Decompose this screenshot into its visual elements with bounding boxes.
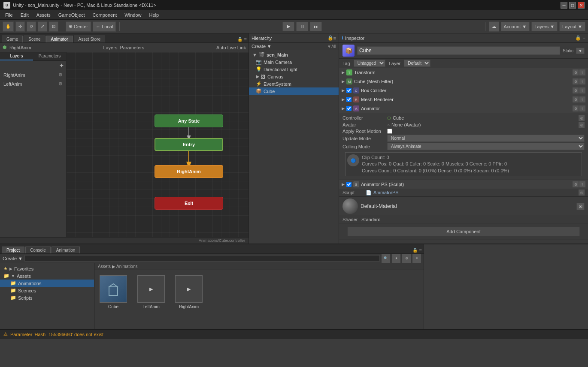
tab-asset-store[interactable]: Asset Store — [74, 36, 106, 42]
tab-animator[interactable]: Animator — [46, 36, 73, 42]
minimize-button[interactable]: ─ — [561, 2, 567, 9]
inspector-menu-icon[interactable]: ≡ — [583, 35, 585, 41]
animator-comp-settings-icon[interactable]: ⚙ — [573, 105, 579, 111]
account-dropdown[interactable]: Account ▼ — [501, 22, 530, 31]
tree-item-scripts[interactable]: 📁 Scripts — [0, 294, 94, 301]
layers-tab-label[interactable]: Layers — [103, 45, 117, 50]
hierarchy-create-button[interactable]: Create ▼ — [252, 44, 272, 49]
controller-pick-button[interactable]: ◎ — [579, 115, 585, 121]
inspector-lock-icon[interactable]: 🔒 — [575, 35, 581, 41]
tab-game[interactable]: Game — [2, 36, 23, 42]
component-meshrenderer-header[interactable]: ▶ R Mesh Renderer ⚙ ? — [339, 95, 588, 104]
boxcollider-enabled-checkbox[interactable] — [346, 88, 352, 93]
tab-animation[interactable]: Animation — [52, 247, 80, 253]
hierarchy-item-cube[interactable]: 📦 Cube — [249, 87, 339, 95]
animator-comp-help-icon[interactable]: ? — [579, 105, 585, 111]
transform-help-icon[interactable]: ? — [579, 69, 585, 75]
menu-gameobject[interactable]: GameObject — [55, 12, 88, 18]
scale-tool-button[interactable]: ⤢ — [38, 21, 47, 32]
tree-item-scences[interactable]: 📁 Scences — [0, 287, 94, 294]
pause-button[interactable]: ⏸ — [296, 22, 308, 31]
cloud-button[interactable]: ☁ — [489, 21, 499, 32]
params-tab-label[interactable]: Parameters — [120, 45, 144, 50]
any-state-node[interactable]: Any State — [155, 114, 223, 127]
tree-item-favorites[interactable]: ★ ▶ Favorites — [0, 265, 94, 272]
layers-dropdown[interactable]: Layers ▼ — [531, 22, 558, 31]
applyroot-checkbox[interactable] — [387, 129, 392, 134]
hierarchy-scene-root[interactable]: ▼ 🎬 scn_Main — [249, 51, 339, 58]
component-meshfilter-header[interactable]: ▶ M Cube (Mesh Filter) ⚙ ? — [339, 77, 588, 86]
menu-assets[interactable]: Assets — [33, 12, 54, 18]
entry-state-node[interactable]: Entry — [155, 138, 223, 151]
meshfilter-settings-icon[interactable]: ⚙ — [573, 78, 579, 84]
animatorps-enabled-checkbox[interactable] — [346, 182, 352, 187]
hierarchy-item-maincamera[interactable]: 📷 Main Camera — [249, 58, 339, 66]
maximize-button[interactable]: □ — [569, 2, 576, 9]
animator-graph[interactable]: Any State Entry RightAnim Exit — [67, 52, 249, 237]
menu-edit[interactable]: Edit — [17, 12, 32, 18]
layer-item-rightanim[interactable]: RightAnim ⚙ — [0, 70, 66, 79]
avatar-pick-button[interactable]: ◎ — [579, 122, 585, 128]
animatorps-help-icon[interactable]: ? — [579, 181, 585, 187]
component-transform-header[interactable]: ▶ T Transform ⚙ ? — [339, 68, 588, 77]
component-animatorps-header[interactable]: ▶ S Animator PS (Script) ⚙ ? — [339, 180, 588, 189]
layer-select[interactable]: Default — [404, 60, 430, 67]
project-search-icon[interactable]: 🔍 — [382, 254, 390, 263]
meshfilter-help-icon[interactable]: ? — [579, 78, 585, 84]
project-menu-btn[interactable]: ≡ — [412, 254, 421, 263]
animator-layers-tab[interactable]: Layers — [0, 52, 33, 60]
project-search-input[interactable] — [24, 255, 380, 262]
menu-window[interactable]: Window — [121, 12, 145, 18]
tab-scene[interactable]: Scene — [24, 36, 45, 42]
tag-select[interactable]: Untagged — [354, 60, 385, 67]
project-create-button[interactable]: Create ▼ — [3, 256, 23, 261]
boxcollider-settings-icon[interactable]: ⚙ — [573, 87, 579, 93]
layer-item-leftanim[interactable]: LeftAnim ⚙ — [0, 79, 66, 88]
hierarchy-item-canvas[interactable]: ▶ 🖼 Canvas — [249, 73, 339, 80]
animatorps-settings-icon[interactable]: ⚙ — [573, 181, 579, 187]
menu-file[interactable]: File — [2, 12, 16, 18]
rightanim-state-node[interactable]: RightAnim — [155, 165, 223, 178]
layer-leftanim-gear-icon[interactable]: ⚙ — [58, 81, 63, 87]
asset-item-leftanim[interactable]: ▶ LeftAnim — [136, 274, 167, 311]
meshrenderer-settings-icon[interactable]: ⚙ — [573, 96, 579, 102]
tree-item-assets[interactable]: 📁 ▼ Assets — [0, 272, 94, 280]
script-pick-button[interactable]: ◎ — [579, 190, 585, 196]
project-gear-icon[interactable]: ⚙ — [402, 254, 411, 263]
material-copy-button[interactable]: ⊡ — [576, 203, 585, 210]
meshrenderer-enabled-checkbox[interactable] — [346, 97, 352, 102]
rect-tool-button[interactable]: ⊡ — [49, 21, 58, 32]
layer-rightanim-gear-icon[interactable]: ⚙ — [58, 72, 63, 78]
menu-component[interactable]: Component — [89, 12, 120, 18]
component-animator-header[interactable]: ▶ A Animator ⚙ ? — [339, 104, 588, 113]
hand-tool-button[interactable]: ✋ — [3, 21, 14, 32]
meshrenderer-help-icon[interactable]: ? — [579, 96, 585, 102]
tab-project[interactable]: Project — [2, 247, 24, 253]
updatemode-select[interactable]: Normal — [387, 135, 585, 142]
step-button[interactable]: ⏭ — [310, 22, 322, 31]
hierarchy-item-directionallight[interactable]: 💡 Directional Light — [249, 66, 339, 73]
layout-dropdown[interactable]: Layout ▼ — [559, 22, 585, 31]
boxcollider-help-icon[interactable]: ? — [579, 87, 585, 93]
move-tool-button[interactable]: ✛ — [15, 21, 25, 32]
hierarchy-item-eventsystem[interactable]: ⚡ EventSystem — [249, 80, 339, 87]
add-component-button[interactable]: Add Component — [348, 227, 579, 236]
tree-item-animations[interactable]: 📁 Animations — [0, 280, 94, 287]
object-name-input[interactable] — [357, 46, 560, 55]
rotate-tool-button[interactable]: ↺ — [27, 21, 36, 32]
asset-item-cube[interactable]: Cube — [98, 274, 129, 311]
tab-console[interactable]: Console — [25, 247, 51, 253]
cullingmode-select[interactable]: Always Animate — [387, 143, 585, 150]
asset-item-rightanim[interactable]: ▶ RightAnim — [173, 274, 204, 311]
static-dropdown-button[interactable]: ▼ — [576, 48, 585, 54]
pivot-mode-button[interactable]: ⊕ Center — [66, 21, 91, 32]
component-boxcollider-header[interactable]: ▶ C Box Collider ⚙ ? — [339, 86, 588, 95]
project-star-icon[interactable]: ★ — [392, 254, 400, 263]
transform-settings-icon[interactable]: ⚙ — [573, 69, 579, 75]
play-button[interactable]: ▶ — [282, 22, 294, 31]
exit-state-node[interactable]: Exit — [155, 197, 223, 210]
close-button[interactable]: ✕ — [578, 2, 585, 9]
menu-help[interactable]: Help — [145, 12, 162, 18]
add-layer-button[interactable]: + — [0, 61, 66, 70]
animator-params-tab[interactable]: Parameters — [33, 52, 66, 60]
